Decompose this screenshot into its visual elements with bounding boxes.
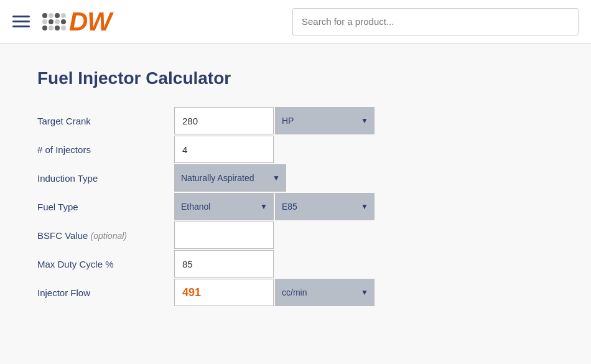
bsfc-label: BSFC Value (optional) xyxy=(37,230,174,241)
bsfc-optional: (optional) xyxy=(91,231,127,241)
max-duty-cycle-label: Max Duty Cycle % xyxy=(37,259,174,269)
header: DW xyxy=(0,0,591,44)
logo-text: DW xyxy=(69,9,111,35)
injector-flow-row: Injector Flow cc/min lb/hr xyxy=(37,279,554,306)
target-crank-label: Target Crank xyxy=(37,116,174,126)
target-crank-row: Target Crank HP kW WHP xyxy=(37,107,554,134)
page-content: Fuel Injector Calculator Target Crank HP… xyxy=(0,44,591,364)
fuel-type-label: Fuel Type xyxy=(37,202,174,212)
target-crank-unit-select[interactable]: HP kW WHP xyxy=(275,107,375,134)
induction-type-row: Induction Type Naturally Aspirated Turbo… xyxy=(37,164,554,192)
injector-flow-input[interactable] xyxy=(174,279,274,306)
fuel-blend-wrapper: E85 E10 E15 E30 E50 xyxy=(275,193,375,220)
target-crank-unit-wrapper: HP kW WHP xyxy=(275,107,375,134)
target-crank-input[interactable] xyxy=(174,107,274,134)
fuel-type-inputs: Ethanol Gasoline Methanol E85 E10 E15 E3… xyxy=(174,193,375,220)
page-title: Fuel Injector Calculator xyxy=(37,68,554,88)
induction-type-select[interactable]: Naturally Aspirated Turbocharged Superch… xyxy=(174,164,286,192)
bsfc-inputs xyxy=(174,222,274,249)
induction-type-label: Induction Type xyxy=(37,173,174,184)
menu-button[interactable] xyxy=(12,16,30,27)
target-crank-inputs: HP kW WHP xyxy=(174,107,375,134)
fuel-type-select[interactable]: Ethanol Gasoline Methanol xyxy=(174,193,274,220)
induction-type-inputs: Naturally Aspirated Turbocharged Superch… xyxy=(174,164,286,192)
num-injectors-input[interactable] xyxy=(174,136,274,163)
fuel-type-row: Fuel Type Ethanol Gasoline Methanol E85 … xyxy=(37,193,554,220)
injector-flow-unit-select[interactable]: cc/min lb/hr xyxy=(275,279,375,306)
injector-flow-unit-wrapper: cc/min lb/hr xyxy=(275,279,375,306)
num-injectors-label: # of Injectors xyxy=(37,144,174,155)
injector-flow-inputs: cc/min lb/hr xyxy=(174,279,375,306)
max-duty-cycle-inputs xyxy=(174,250,274,278)
induction-type-wrapper: Naturally Aspirated Turbocharged Superch… xyxy=(174,164,286,192)
num-injectors-row: # of Injectors xyxy=(37,136,554,163)
logo-dots xyxy=(42,13,66,30)
num-injectors-inputs xyxy=(174,136,274,163)
calculator-form: Target Crank HP kW WHP # of Injectors xyxy=(37,107,554,307)
bsfc-input[interactable] xyxy=(174,222,274,249)
fuel-blend-select[interactable]: E85 E10 E15 E30 E50 xyxy=(275,193,375,220)
max-duty-cycle-input[interactable] xyxy=(174,250,274,278)
max-duty-cycle-row: Max Duty Cycle % xyxy=(37,250,554,278)
bsfc-row: BSFC Value (optional) xyxy=(37,222,554,249)
injector-flow-label: Injector Flow xyxy=(37,287,174,298)
logo: DW xyxy=(42,9,111,35)
search-input[interactable] xyxy=(292,8,579,35)
fuel-type-wrapper: Ethanol Gasoline Methanol xyxy=(174,193,274,220)
